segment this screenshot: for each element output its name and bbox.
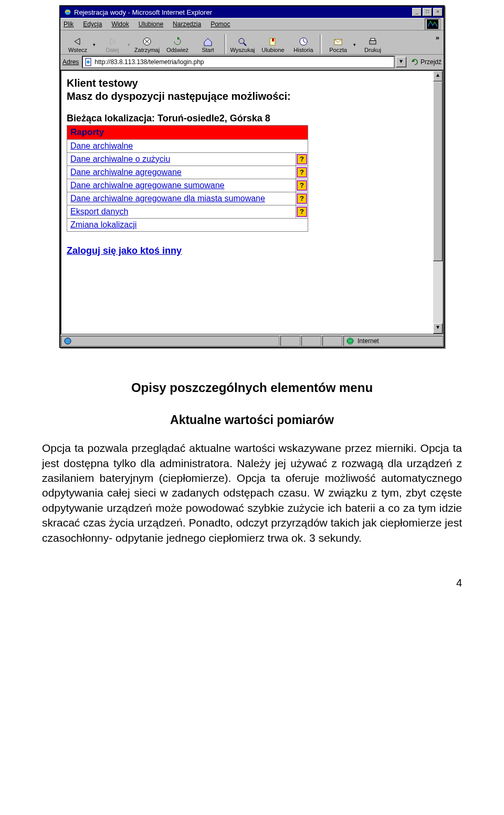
menu-header-cell: Raporty — [67, 126, 308, 140]
address-input[interactable]: http://83.8.113.138/telemetria/login.php — [82, 56, 395, 68]
title-bar: Rejestracja wody - Microsoft Internet Ex… — [60, 6, 444, 18]
browser-window: Rejestracja wody - Microsoft Internet Ex… — [59, 5, 445, 348]
page-number: 4 — [42, 577, 462, 589]
mail-dropdown[interactable]: ▾ — [353, 39, 358, 47]
mail-button[interactable]: Poczta — [323, 31, 353, 54]
help-icon[interactable]: ? — [297, 193, 307, 204]
table-row: Dane archiwalne agregowane sumowane ? — [67, 179, 308, 192]
toolbar-overflow[interactable]: » — [436, 32, 439, 42]
table-row: Dane archiwalne agregowane ? — [67, 166, 308, 179]
table-row: Dane archiwalne agregowane dla miasta su… — [67, 192, 308, 205]
page-content: Klient testowy Masz do dyspozycji następ… — [61, 71, 433, 334]
history-button[interactable]: Historia — [288, 31, 319, 54]
client-title: Klient testowy — [67, 77, 428, 89]
svg-point-5 — [239, 38, 244, 44]
content-area: Klient testowy Masz do dyspozycji następ… — [60, 70, 444, 335]
help-icon[interactable]: ? — [297, 167, 307, 178]
location-text: Bieżąca lokalizacja: Toruń-osiedle2, Gór… — [67, 113, 428, 124]
globe-icon — [346, 337, 354, 345]
address-dropdown[interactable]: ▼ — [396, 57, 406, 67]
address-text: http://83.8.113.138/telemetria/login.php — [94, 58, 393, 66]
doc-heading-2: Aktualne wartości pomiarów — [42, 412, 462, 428]
stop-icon — [142, 37, 152, 46]
table-row: Dane archiwalne — [67, 140, 308, 153]
ie-icon — [64, 8, 72, 16]
home-button[interactable]: Start — [193, 31, 223, 54]
svg-rect-12 — [370, 40, 376, 44]
status-main — [61, 336, 279, 346]
menu-favorites[interactable]: Ulubione — [139, 20, 163, 28]
scroll-track[interactable] — [433, 81, 443, 323]
menu-link[interactable]: Zmiana lokalizacji — [70, 220, 136, 229]
address-label: Adres — [62, 58, 79, 66]
menu-tools[interactable]: Narzędzia — [173, 20, 201, 28]
forward-button[interactable]: Dalej — [97, 31, 128, 54]
svg-point-16 — [65, 338, 71, 344]
window-controls: _ □ × — [412, 8, 443, 16]
search-icon — [237, 37, 248, 46]
close-button[interactable]: × — [433, 8, 443, 16]
page-subtitle: Masz do dyspozycji następujące możliwośc… — [67, 90, 428, 102]
menu-file[interactable]: Plik — [64, 20, 74, 28]
menu-link[interactable]: Dane archiwalne agregowane — [70, 168, 182, 177]
favorites-button[interactable]: Ulubione — [258, 31, 288, 54]
svg-point-15 — [87, 60, 90, 64]
menu-view[interactable]: Widok — [111, 20, 129, 28]
maximize-button[interactable]: □ — [423, 8, 432, 16]
page-icon — [84, 58, 92, 66]
svg-rect-1 — [427, 19, 438, 29]
login-other-link[interactable]: Zaloguj się jako ktoś inny — [67, 245, 182, 256]
back-dropdown[interactable]: ▾ — [93, 39, 97, 47]
scroll-up-button[interactable]: ▲ — [433, 71, 443, 81]
go-button[interactable]: Przejdź — [411, 58, 442, 66]
help-icon[interactable]: ? — [297, 154, 307, 164]
menu-header-row: Raporty — [67, 126, 308, 140]
search-button[interactable]: Wyszukaj — [227, 31, 258, 54]
menu-edit[interactable]: Edycja — [83, 20, 102, 28]
document-body: Opisy poszczególnych elementów menu Aktu… — [42, 379, 462, 545]
address-bar: Adres http://83.8.113.138/telemetria/log… — [60, 55, 444, 70]
refresh-icon — [172, 37, 183, 46]
doc-paragraph: Opcja ta pozwala przeglądać aktualne war… — [42, 441, 462, 545]
mail-icon — [333, 37, 343, 46]
minimize-button[interactable]: _ — [412, 8, 422, 16]
vertical-scrollbar[interactable]: ▲ ▼ — [433, 71, 443, 334]
back-button[interactable]: Wstecz — [62, 31, 93, 54]
refresh-button[interactable]: Odśwież — [162, 31, 193, 54]
svg-rect-13 — [371, 38, 375, 40]
status-panel-2 — [301, 336, 321, 346]
ie-status-icon — [64, 337, 72, 345]
menu-link[interactable]: Dane archiwalne agregowane dla miasta su… — [70, 194, 265, 203]
doc-heading-1: Opisy poszczególnych elementów menu — [42, 379, 462, 396]
ie-brand-icon — [425, 18, 440, 30]
print-button[interactable]: Drukuj — [358, 31, 388, 54]
home-icon — [203, 37, 213, 46]
menu-link[interactable]: Dane archiwalne agregowane sumowane — [70, 181, 225, 190]
menu-help[interactable]: Pomoc — [211, 20, 230, 28]
history-icon — [298, 37, 309, 46]
help-icon[interactable]: ? — [297, 180, 307, 191]
forward-icon — [107, 37, 118, 46]
security-zone: Internet — [343, 336, 443, 346]
menu-link[interactable]: Dane archiwalne — [70, 141, 133, 150]
scroll-thumb[interactable] — [433, 81, 443, 261]
menu-bar: Plik Edycja Widok Ulubione Narzędzia Pom… — [60, 18, 444, 30]
table-row: Zmiana lokalizacji — [67, 219, 308, 232]
scroll-down-button[interactable]: ▼ — [433, 323, 443, 334]
table-row: Dane archiwalne o zużyciu ? — [67, 153, 308, 166]
window-title: Rejestracja wody - Microsoft Internet Ex… — [74, 8, 412, 16]
forward-dropdown[interactable]: ▾ — [128, 39, 132, 47]
status-bar: Internet — [60, 335, 444, 347]
svg-line-6 — [244, 43, 246, 46]
menu-link[interactable]: Dane archiwalne o zużyciu — [70, 154, 170, 163]
back-icon — [72, 37, 83, 46]
favorites-icon — [268, 37, 278, 46]
svg-point-17 — [347, 338, 353, 344]
status-panel-3 — [322, 336, 342, 346]
stop-button[interactable]: Zatrzymaj — [132, 31, 162, 54]
status-panel-1 — [280, 336, 300, 346]
toolbar: Wstecz ▾ Dalej ▾ Zatrzymaj Odśwież Start… — [60, 30, 444, 55]
go-icon — [411, 58, 419, 66]
help-icon[interactable]: ? — [297, 207, 307, 217]
menu-link[interactable]: Eksport danych — [70, 207, 128, 216]
